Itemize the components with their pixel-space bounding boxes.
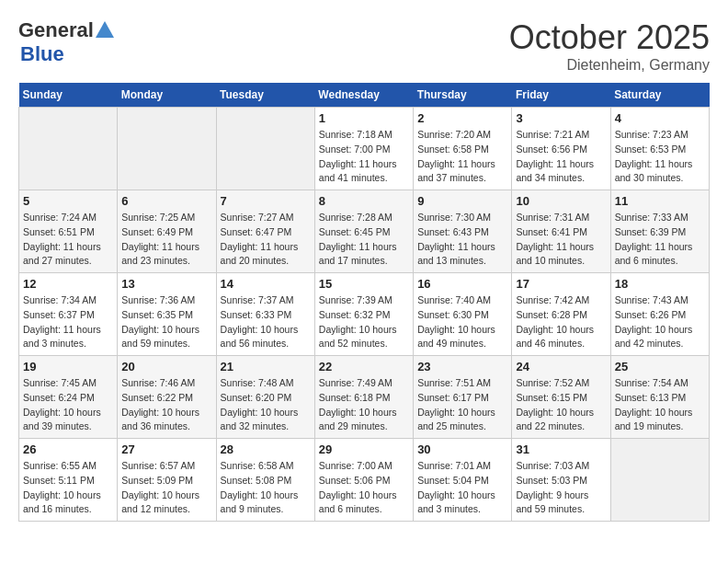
day-number: 18	[615, 277, 705, 291]
day-number: 19	[23, 360, 113, 373]
calendar-cell: 2Sunrise: 7:20 AMSunset: 6:58 PMDaylight…	[414, 108, 512, 190]
calendar-cell: 3Sunrise: 7:21 AMSunset: 6:56 PMDaylight…	[512, 108, 610, 190]
day-number: 30	[417, 442, 507, 456]
day-number: 22	[319, 360, 409, 373]
title-block: October 2025 Dietenheim, Germany	[509, 18, 710, 74]
calendar-cell	[118, 108, 216, 190]
day-number: 11	[615, 194, 705, 208]
day-info: Sunrise: 6:57 AMSunset: 5:09 PMDaylight:…	[121, 459, 211, 517]
calendar-cell	[610, 439, 709, 522]
calendar-cell: 24Sunrise: 7:52 AMSunset: 6:15 PMDayligh…	[512, 356, 610, 439]
day-info: Sunrise: 7:03 AMSunset: 5:03 PMDaylight:…	[516, 459, 606, 517]
day-info: Sunrise: 7:21 AMSunset: 6:56 PMDaylight:…	[516, 128, 606, 186]
day-number: 16	[417, 277, 507, 291]
day-info: Sunrise: 7:52 AMSunset: 6:15 PMDaylight:…	[516, 376, 606, 434]
day-number: 12	[23, 277, 113, 291]
calendar-cell: 4Sunrise: 7:23 AMSunset: 6:53 PMDaylight…	[610, 108, 709, 190]
week-row-3: 12Sunrise: 7:34 AMSunset: 6:37 PMDayligh…	[19, 273, 710, 356]
week-row-1: 1Sunrise: 7:18 AMSunset: 7:00 PMDaylight…	[19, 108, 710, 190]
day-number: 25	[615, 360, 705, 373]
week-row-2: 5Sunrise: 7:24 AMSunset: 6:51 PMDaylight…	[19, 190, 710, 273]
day-info: Sunrise: 7:01 AMSunset: 5:04 PMDaylight:…	[417, 459, 507, 517]
page-header: General Blue October 2025 Dietenheim, Ge…	[18, 18, 710, 74]
day-info: Sunrise: 7:24 AMSunset: 6:51 PMDaylight:…	[23, 211, 113, 269]
day-info: Sunrise: 7:20 AMSunset: 6:58 PMDaylight:…	[417, 128, 507, 186]
month-title: October 2025	[509, 18, 710, 57]
calendar-cell: 12Sunrise: 7:34 AMSunset: 6:37 PMDayligh…	[19, 273, 118, 356]
weekday-header-monday: Monday	[118, 83, 216, 108]
weekday-header-friday: Friday	[512, 83, 610, 108]
calendar-cell: 25Sunrise: 7:54 AMSunset: 6:13 PMDayligh…	[610, 356, 709, 439]
day-info: Sunrise: 7:39 AMSunset: 6:32 PMDaylight:…	[319, 293, 409, 351]
calendar-cell: 9Sunrise: 7:30 AMSunset: 6:43 PMDaylight…	[414, 190, 512, 273]
calendar-cell: 10Sunrise: 7:31 AMSunset: 6:41 PMDayligh…	[512, 190, 610, 273]
day-number: 8	[319, 194, 409, 208]
day-number: 17	[516, 277, 606, 291]
day-number: 3	[516, 111, 606, 125]
day-number: 28	[221, 442, 311, 456]
calendar-cell	[19, 108, 118, 190]
day-info: Sunrise: 7:31 AMSunset: 6:41 PMDaylight:…	[516, 211, 606, 269]
calendar-cell: 28Sunrise: 6:58 AMSunset: 5:08 PMDayligh…	[216, 439, 314, 522]
day-info: Sunrise: 7:30 AMSunset: 6:43 PMDaylight:…	[417, 211, 507, 269]
calendar-cell: 15Sunrise: 7:39 AMSunset: 6:32 PMDayligh…	[314, 273, 413, 356]
location: Dietenheim, Germany	[509, 57, 710, 74]
day-number: 15	[319, 277, 409, 291]
day-info: Sunrise: 7:48 AMSunset: 6:20 PMDaylight:…	[221, 376, 311, 434]
day-number: 14	[221, 277, 311, 291]
logo-triangle-icon	[96, 21, 114, 38]
day-number: 24	[516, 360, 606, 373]
day-number: 4	[615, 111, 705, 125]
calendar-cell: 7Sunrise: 7:27 AMSunset: 6:47 PMDaylight…	[216, 190, 314, 273]
day-info: Sunrise: 7:42 AMSunset: 6:28 PMDaylight:…	[516, 293, 606, 351]
day-info: Sunrise: 7:34 AMSunset: 6:37 PMDaylight:…	[23, 293, 113, 351]
day-info: Sunrise: 7:43 AMSunset: 6:26 PMDaylight:…	[615, 293, 705, 351]
day-number: 20	[121, 360, 211, 373]
calendar-cell: 11Sunrise: 7:33 AMSunset: 6:39 PMDayligh…	[610, 190, 709, 273]
calendar-cell: 29Sunrise: 7:00 AMSunset: 5:06 PMDayligh…	[314, 439, 413, 522]
weekday-header-saturday: Saturday	[610, 83, 709, 108]
logo-blue-text: Blue	[20, 42, 64, 66]
day-number: 1	[319, 111, 409, 125]
calendar-cell: 16Sunrise: 7:40 AMSunset: 6:30 PMDayligh…	[414, 273, 512, 356]
week-row-5: 26Sunrise: 6:55 AMSunset: 5:11 PMDayligh…	[19, 439, 710, 522]
day-number: 23	[417, 360, 507, 373]
calendar-cell: 17Sunrise: 7:42 AMSunset: 6:28 PMDayligh…	[512, 273, 610, 356]
weekday-header-row: SundayMondayTuesdayWednesdayThursdayFrid…	[19, 83, 710, 108]
day-number: 26	[23, 442, 113, 456]
calendar-cell: 13Sunrise: 7:36 AMSunset: 6:35 PMDayligh…	[118, 273, 216, 356]
day-info: Sunrise: 7:00 AMSunset: 5:06 PMDaylight:…	[319, 459, 409, 517]
day-info: Sunrise: 7:40 AMSunset: 6:30 PMDaylight:…	[417, 293, 507, 351]
calendar-cell: 21Sunrise: 7:48 AMSunset: 6:20 PMDayligh…	[216, 356, 314, 439]
calendar-cell: 27Sunrise: 6:57 AMSunset: 5:09 PMDayligh…	[118, 439, 216, 522]
week-row-4: 19Sunrise: 7:45 AMSunset: 6:24 PMDayligh…	[19, 356, 710, 439]
day-number: 9	[417, 194, 507, 208]
day-number: 6	[121, 194, 211, 208]
calendar-cell: 31Sunrise: 7:03 AMSunset: 5:03 PMDayligh…	[512, 439, 610, 522]
calendar-cell: 8Sunrise: 7:28 AMSunset: 6:45 PMDaylight…	[314, 190, 413, 273]
calendar-cell: 14Sunrise: 7:37 AMSunset: 6:33 PMDayligh…	[216, 273, 314, 356]
day-info: Sunrise: 7:33 AMSunset: 6:39 PMDaylight:…	[615, 211, 705, 269]
day-info: Sunrise: 7:45 AMSunset: 6:24 PMDaylight:…	[23, 376, 113, 434]
calendar-cell: 23Sunrise: 7:51 AMSunset: 6:17 PMDayligh…	[414, 356, 512, 439]
day-number: 7	[221, 194, 311, 208]
day-number: 2	[417, 111, 507, 125]
day-info: Sunrise: 7:46 AMSunset: 6:22 PMDaylight:…	[121, 376, 211, 434]
day-number: 10	[516, 194, 606, 208]
day-number: 13	[121, 277, 211, 291]
day-info: Sunrise: 7:51 AMSunset: 6:17 PMDaylight:…	[417, 376, 507, 434]
calendar-cell: 5Sunrise: 7:24 AMSunset: 6:51 PMDaylight…	[19, 190, 118, 273]
day-number: 29	[319, 442, 409, 456]
calendar-cell: 19Sunrise: 7:45 AMSunset: 6:24 PMDayligh…	[19, 356, 118, 439]
calendar-cell: 6Sunrise: 7:25 AMSunset: 6:49 PMDaylight…	[118, 190, 216, 273]
day-info: Sunrise: 7:37 AMSunset: 6:33 PMDaylight:…	[221, 293, 311, 351]
calendar-cell: 30Sunrise: 7:01 AMSunset: 5:04 PMDayligh…	[414, 439, 512, 522]
day-number: 31	[516, 442, 606, 456]
calendar-table: SundayMondayTuesdayWednesdayThursdayFrid…	[18, 83, 710, 522]
calendar-cell: 1Sunrise: 7:18 AMSunset: 7:00 PMDaylight…	[314, 108, 413, 190]
day-info: Sunrise: 7:27 AMSunset: 6:47 PMDaylight:…	[221, 211, 311, 269]
day-info: Sunrise: 7:18 AMSunset: 7:00 PMDaylight:…	[319, 128, 409, 186]
day-number: 27	[121, 442, 211, 456]
calendar-cell: 22Sunrise: 7:49 AMSunset: 6:18 PMDayligh…	[314, 356, 413, 439]
weekday-header-thursday: Thursday	[414, 83, 512, 108]
